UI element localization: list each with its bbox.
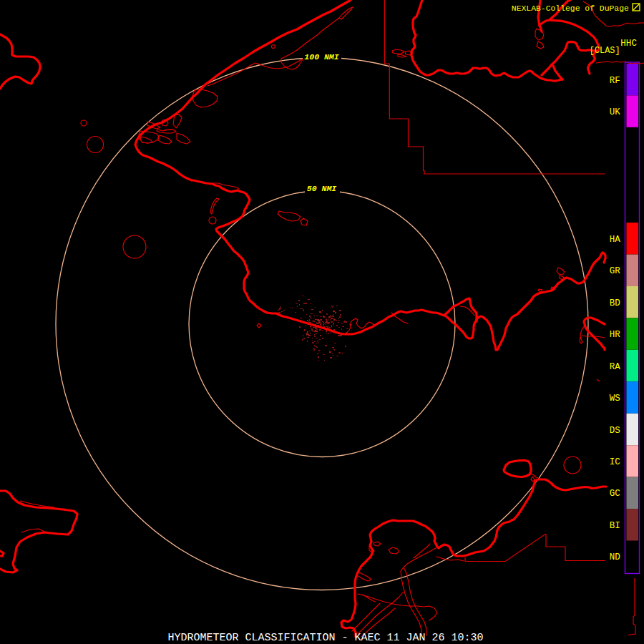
- svg-text:BI: BI: [610, 521, 620, 531]
- svg-text:WS: WS: [610, 394, 620, 404]
- svg-text:HHC: HHC: [620, 39, 637, 49]
- svg-text:GC: GC: [610, 489, 620, 499]
- svg-text:ND: ND: [610, 552, 620, 562]
- svg-text:IC: IC: [610, 457, 620, 467]
- svg-text:DS: DS: [610, 426, 620, 436]
- svg-text:100 NMI: 100 NMI: [304, 52, 338, 62]
- svg-text:HR: HR: [610, 330, 621, 340]
- svg-text:HYDROMETEOR CLASSIFICATION - K: HYDROMETEOR CLASSIFICATION - KAEC 11 JAN…: [168, 632, 484, 644]
- svg-text:[CLAS]: [CLAS]: [590, 46, 620, 56]
- svg-text:BD: BD: [610, 298, 620, 308]
- svg-text:RF: RF: [610, 76, 620, 86]
- svg-text:HA: HA: [610, 235, 621, 245]
- svg-text:RA: RA: [610, 362, 621, 372]
- svg-text:50 NMI: 50 NMI: [307, 184, 337, 193]
- svg-text:GR: GR: [610, 266, 621, 276]
- svg-text:NEXLAB-College of DuPage: NEXLAB-College of DuPage: [512, 4, 629, 13]
- svg-text:UK: UK: [610, 107, 621, 117]
